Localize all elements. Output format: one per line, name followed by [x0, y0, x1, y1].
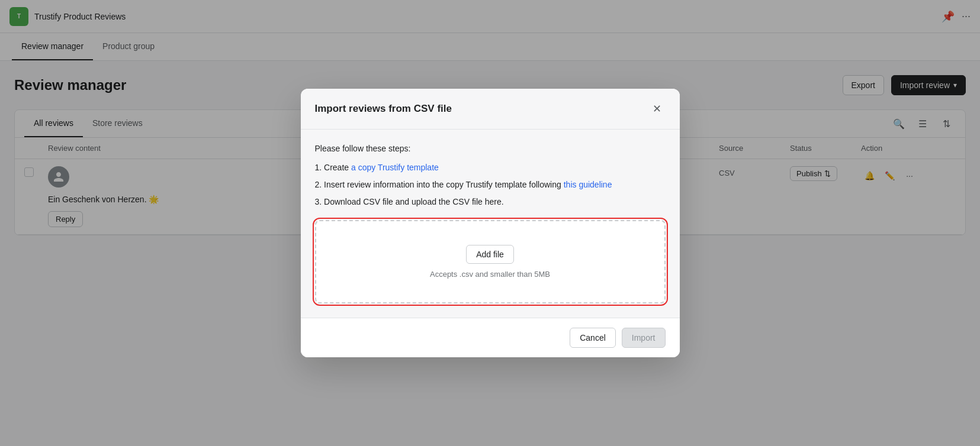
modal-header: Import reviews from CSV file ✕ [301, 89, 680, 130]
add-file-button[interactable]: Add file [466, 245, 514, 250]
modal-step-3: 3. Download CSV file and upload the CSV … [315, 196, 666, 208]
modal-title: Import reviews from CSV file [315, 103, 452, 115]
modal-instruction: Please follow these steps: [315, 144, 666, 153]
guideline-link[interactable]: this guideline [564, 180, 612, 189]
template-link[interactable]: a copy Trustify template [351, 163, 439, 172]
upload-zone[interactable]: Add file Accepts .csv and smaller than 5… [315, 220, 666, 250]
close-icon[interactable]: ✕ [649, 101, 666, 117]
modal-body: Please follow these steps: 1. Create a c… [301, 130, 680, 250]
modal-step-1: 1. Create a copy Trustify template [315, 161, 666, 174]
modal-overlay: Import reviews from CSV file ✕ Please fo… [0, 0, 980, 250]
modal-steps: 1. Create a copy Trustify template 2. In… [315, 161, 666, 208]
import-modal: Import reviews from CSV file ✕ Please fo… [301, 89, 680, 250]
modal-step-2: 2. Insert review information into the co… [315, 179, 666, 191]
page-content: Review manager Export Import review ▾ Al… [0, 61, 980, 250]
